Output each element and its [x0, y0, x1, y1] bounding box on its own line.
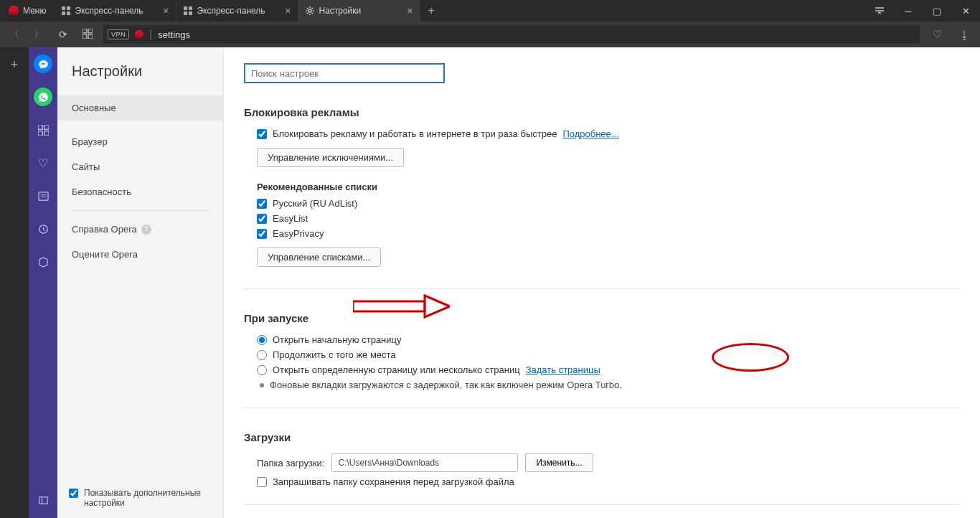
nav-sites[interactable]: Сайты: [57, 154, 223, 179]
startup-pages-label: Открыть определенную страницу или нескол…: [273, 364, 520, 375]
speed-dial-rail-icon[interactable]: [34, 121, 52, 139]
tab-label: Экспресс-панель: [197, 6, 265, 16]
list-easyprivacy-checkbox[interactable]: [257, 229, 267, 239]
nav-security[interactable]: Безопасность: [57, 179, 223, 204]
nav-basic[interactable]: Основные: [57, 95, 223, 121]
gear-icon: [306, 6, 314, 15]
download-folder-label: Папка загрузки:: [257, 458, 324, 468]
menu-label: Меню: [23, 6, 46, 16]
reload-button[interactable]: ⟳: [55, 29, 72, 40]
download-folder-input[interactable]: [331, 453, 518, 472]
settings-title: Настройки: [57, 47, 223, 95]
set-pages-link[interactable]: Задать страницы: [526, 364, 600, 375]
manage-lists-button[interactable]: Управление списками...: [257, 248, 381, 267]
close-icon[interactable]: ×: [407, 5, 413, 17]
tabs-menu-icon[interactable]: [865, 6, 894, 17]
recommended-lists-heading: Рекомендованные списки: [257, 182, 960, 192]
svg-rect-23: [353, 301, 425, 311]
startup-continue-label: Продолжить с того же места: [273, 349, 396, 360]
learn-more-link[interactable]: Подробнее...: [562, 128, 618, 139]
close-window-button[interactable]: ✕: [951, 6, 980, 17]
close-icon[interactable]: ×: [163, 5, 169, 17]
svg-rect-16: [44, 131, 48, 135]
add-sidebar-button[interactable]: +: [11, 57, 19, 72]
tab-speed-dial-1[interactable]: Экспресс-панель ×: [55, 0, 176, 22]
svg-rect-14: [44, 125, 48, 129]
svg-rect-13: [38, 125, 42, 129]
change-folder-button[interactable]: Изменить...: [525, 453, 593, 472]
whatsapp-icon[interactable]: [34, 88, 52, 106]
section-downloads: Загрузки: [244, 431, 960, 443]
block-ads-checkbox[interactable]: [257, 129, 267, 139]
startup-pages-radio[interactable]: [257, 365, 267, 375]
manage-exceptions-button[interactable]: Управление исключениями...: [257, 148, 404, 167]
svg-point-8: [308, 9, 311, 12]
svg-rect-21: [39, 496, 47, 503]
news-rail-icon[interactable]: [34, 187, 52, 205]
speed-dial-button[interactable]: [79, 29, 96, 41]
new-tab-button[interactable]: +: [420, 0, 441, 22]
nav-help[interactable]: Справка Opera ?: [57, 217, 223, 242]
show-extra-checkbox[interactable]: [69, 489, 78, 498]
bookmark-heart-icon[interactable]: ♡: [927, 28, 947, 41]
address-bar[interactable]: VPN | settings: [103, 25, 920, 44]
tab-settings[interactable]: Настройки ×: [298, 0, 420, 22]
svg-rect-17: [38, 192, 47, 199]
messenger-icon[interactable]: [34, 55, 52, 73]
help-icon: ?: [141, 225, 151, 235]
menu-button[interactable]: Меню: [0, 0, 55, 22]
svg-rect-12: [88, 34, 93, 39]
startup-continue-radio[interactable]: [257, 350, 267, 360]
list-easylist-label: EasyList: [273, 213, 308, 224]
url-text: settings: [158, 29, 190, 40]
svg-rect-2: [62, 11, 65, 15]
history-rail-icon[interactable]: [34, 220, 52, 238]
svg-rect-7: [189, 11, 192, 15]
nav-rate[interactable]: Оцените Opera: [57, 242, 223, 267]
nav-browser[interactable]: Браузер: [57, 129, 223, 154]
downloads-icon[interactable]: ⭳: [954, 29, 974, 41]
speed-dial-icon: [184, 6, 192, 15]
svg-rect-5: [189, 6, 192, 10]
opera-logo-icon: [135, 30, 143, 39]
close-icon[interactable]: ×: [285, 5, 291, 17]
speed-dial-icon: [62, 6, 70, 15]
show-extra-settings[interactable]: Показывать дополнительные настройки: [69, 488, 212, 508]
svg-rect-10: [88, 29, 93, 33]
minimize-button[interactable]: ─: [894, 6, 923, 17]
list-ru-checkbox[interactable]: [257, 199, 267, 209]
opera-logo-icon: [9, 6, 19, 16]
svg-rect-0: [62, 6, 65, 10]
startup-home-label: Открыть начальную страницу: [273, 334, 402, 345]
tab-speed-dial-2[interactable]: Экспресс-панель ×: [176, 0, 298, 22]
section-adblock: Блокировка рекламы: [244, 106, 960, 118]
back-button[interactable]: 〈: [6, 28, 23, 41]
list-ru-label: Русский (RU AdList): [273, 198, 357, 209]
startup-home-radio[interactable]: [257, 335, 267, 345]
svg-rect-15: [38, 131, 42, 135]
show-extra-label: Показывать дополнительные настройки: [84, 488, 212, 508]
maximize-button[interactable]: ▢: [923, 6, 951, 17]
svg-rect-11: [83, 34, 87, 39]
svg-rect-9: [83, 29, 87, 33]
list-easylist-checkbox[interactable]: [257, 214, 267, 224]
section-startup: При запуске: [244, 312, 960, 324]
list-easyprivacy-label: EasyPrivacy: [273, 228, 324, 239]
startup-note: Фоновые вкладки загружаются с задержкой,…: [270, 380, 622, 390]
svg-rect-3: [67, 11, 70, 15]
svg-rect-4: [184, 6, 187, 10]
ask-folder-label: Запрашивать папку сохранения перед загру…: [273, 476, 514, 487]
sidebar-collapse-icon[interactable]: [34, 491, 52, 509]
tab-label: Настройки: [319, 6, 361, 16]
bookmarks-rail-icon[interactable]: ♡: [34, 154, 52, 172]
tab-label: Экспресс-панель: [75, 6, 143, 16]
help-label: Справка Opera: [72, 224, 137, 235]
bullet-icon: [260, 383, 264, 387]
svg-rect-1: [67, 6, 70, 10]
svg-rect-6: [184, 11, 187, 15]
vpn-badge[interactable]: VPN: [108, 29, 129, 39]
search-settings-input[interactable]: [244, 63, 445, 83]
forward-button[interactable]: 〉: [30, 28, 47, 41]
extensions-rail-icon[interactable]: [34, 253, 52, 271]
ask-folder-checkbox[interactable]: [257, 477, 267, 487]
